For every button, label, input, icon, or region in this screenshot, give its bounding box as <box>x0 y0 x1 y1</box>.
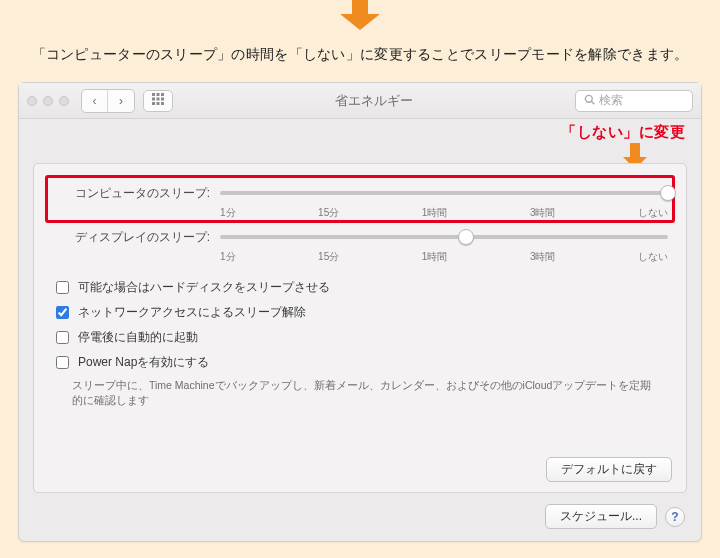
tick-label: 1時間 <box>422 250 448 264</box>
option-hdd-sleep-checkbox[interactable] <box>56 281 69 294</box>
svg-rect-4 <box>157 98 160 101</box>
svg-line-10 <box>592 101 595 104</box>
option-power-nap[interactable]: Power Napを有効にする <box>52 353 668 372</box>
option-auto-restart[interactable]: 停電後に自動的に起動 <box>52 328 668 347</box>
search-icon <box>584 94 595 108</box>
help-button[interactable]: ? <box>665 507 685 527</box>
tick-label: 3時間 <box>530 206 556 220</box>
display-sleep-label: ディスプレイのスリープ: <box>52 229 210 246</box>
option-auto-restart-checkbox[interactable] <box>56 331 69 344</box>
chevron-right-icon: › <box>119 94 123 108</box>
display-sleep-block: ディスプレイのスリープ: 1分 15分 1時間 3時間 しない <box>52 226 668 264</box>
nav-forward-button[interactable]: › <box>108 90 134 112</box>
prefs-panel: コンピュータのスリープ: 1分 15分 1時間 3時間 しない ディスプレイのス… <box>33 163 687 493</box>
computer-sleep-block: コンピュータのスリープ: 1分 15分 1時間 3時間 しない <box>46 176 674 222</box>
window-traffic-lights <box>27 96 69 106</box>
computer-sleep-slider[interactable] <box>220 182 668 204</box>
show-all-button[interactable] <box>143 90 173 112</box>
energy-saver-window: ‹ › 省エネルギー 検索 「しない」に変更 コンピュータのスリープ: <box>18 82 702 542</box>
window-titlebar: ‹ › 省エネルギー 検索 <box>19 83 701 119</box>
intro-text: 「コンピューターのスリープ」の時間を「しない」に変更することでスリープモードを解… <box>0 46 720 64</box>
svg-point-9 <box>585 95 592 102</box>
option-wake-on-lan[interactable]: ネットワークアクセスによるスリープ解除 <box>52 303 668 322</box>
option-wake-on-lan-checkbox[interactable] <box>56 306 69 319</box>
search-input[interactable]: 検索 <box>575 90 693 112</box>
nav-back-button[interactable]: ‹ <box>82 90 108 112</box>
tick-label: しない <box>638 250 668 264</box>
display-sleep-slider[interactable] <box>220 226 668 248</box>
svg-rect-2 <box>161 93 164 96</box>
svg-rect-5 <box>161 98 164 101</box>
computer-sleep-knob[interactable] <box>660 185 676 201</box>
tick-label: 1分 <box>220 250 236 264</box>
option-power-nap-checkbox[interactable] <box>56 356 69 369</box>
option-power-nap-label: Power Napを有効にする <box>78 354 209 371</box>
tick-label: 3時間 <box>530 250 556 264</box>
display-sleep-ticks: 1分 15分 1時間 3時間 しない <box>220 250 668 264</box>
svg-rect-1 <box>157 93 160 96</box>
option-wake-on-lan-label: ネットワークアクセスによるスリープ解除 <box>78 304 306 321</box>
tick-label: 1時間 <box>422 206 448 220</box>
option-hdd-sleep-label: 可能な場合はハードディスクをスリープさせる <box>78 279 330 296</box>
traffic-minimize-icon[interactable] <box>43 96 53 106</box>
grid-icon <box>152 93 164 108</box>
help-icon: ? <box>671 510 678 524</box>
option-hdd-sleep[interactable]: 可能な場合はハードディスクをスリープさせる <box>52 278 668 297</box>
restore-defaults-button[interactable]: デフォルトに戻す <box>546 457 672 482</box>
window-title: 省エネルギー <box>181 92 567 110</box>
computer-sleep-ticks: 1分 15分 1時間 3時間 しない <box>220 206 668 220</box>
svg-rect-0 <box>152 93 155 96</box>
callout-change-to-never: 「しない」に変更 <box>561 123 685 142</box>
nav-back-forward: ‹ › <box>81 89 135 113</box>
svg-rect-7 <box>157 102 160 105</box>
chevron-left-icon: ‹ <box>93 94 97 108</box>
tick-label: 1分 <box>220 206 236 220</box>
tick-label: しない <box>638 206 668 220</box>
intro-arrow-icon <box>340 0 380 30</box>
traffic-close-icon[interactable] <box>27 96 37 106</box>
display-sleep-knob[interactable] <box>458 229 474 245</box>
computer-sleep-label: コンピュータのスリープ: <box>52 185 210 202</box>
schedule-button[interactable]: スケジュール... <box>545 504 657 529</box>
svg-rect-3 <box>152 98 155 101</box>
svg-rect-6 <box>152 102 155 105</box>
window-footer: スケジュール... ? <box>545 504 685 529</box>
option-auto-restart-label: 停電後に自動的に起動 <box>78 329 198 346</box>
traffic-zoom-icon[interactable] <box>59 96 69 106</box>
svg-rect-8 <box>161 102 164 105</box>
tick-label: 15分 <box>318 206 339 220</box>
option-power-nap-desc: スリープ中に、Time Machineでバックアップし、新着メール、カレンダー、… <box>72 378 652 407</box>
options-list: 可能な場合はハードディスクをスリープさせる ネットワークアクセスによるスリープ解… <box>52 278 668 407</box>
search-placeholder: 検索 <box>599 92 623 109</box>
tick-label: 15分 <box>318 250 339 264</box>
